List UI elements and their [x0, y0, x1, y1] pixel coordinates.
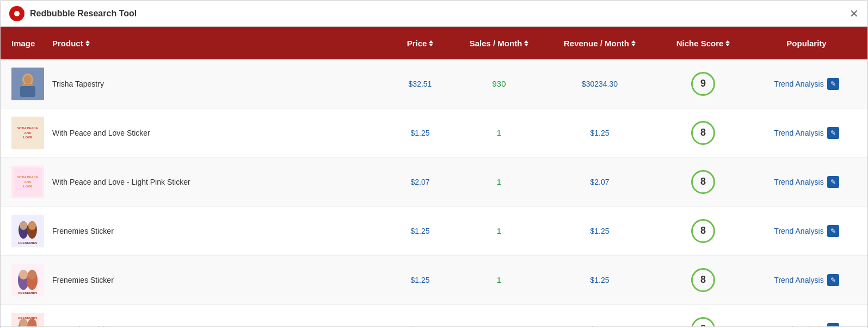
cell-popularity: Trend Analysis ✎ — [752, 172, 861, 192]
cell-popularity: Trend Analysis ✎ — [752, 74, 861, 94]
trend-analysis-link[interactable]: Trend Analysis ✎ — [774, 225, 839, 237]
sort-icon-sales — [524, 40, 528, 46]
table-body: Trisha Tapestry $32.51 930 $30234.30 9 T… — [1, 59, 867, 326]
niche-score-badge: 8 — [691, 121, 715, 145]
cell-image: FRENEMIES — [7, 259, 48, 301]
trend-analysis-link[interactable]: Trend Analysis ✎ — [774, 274, 839, 286]
app-window: Redbubble Research Tool ✕ Image Product … — [0, 0, 868, 328]
trend-analysis-link[interactable]: Trend Analysis ✎ — [774, 127, 839, 139]
cell-product: Trisha Tapestry — [48, 75, 387, 93]
cell-niche-score: 8 — [654, 264, 752, 296]
trend-analysis-link[interactable]: Trend Analysis ✎ — [774, 78, 839, 90]
edit-icon: ✎ — [827, 78, 839, 90]
svg-point-22 — [19, 270, 28, 280]
cell-product: With Peace and Love - Light Pink Sticker — [48, 173, 387, 191]
edit-icon: ✎ — [827, 274, 839, 286]
svg-text:WITH PEACE: WITH PEACE — [17, 126, 38, 130]
product-thumbnail: FRENEMIES sticker pack — [11, 313, 44, 327]
edit-icon: ✎ — [827, 225, 839, 237]
niche-score-badge: 8 — [691, 317, 715, 327]
cell-image: FRENEMIES sticker pack — [7, 308, 48, 327]
titlebar-left: Redbubble Research Tool — [9, 6, 137, 21]
cell-product: Frenemies Sticker — [48, 271, 387, 289]
table-row: WITH PEACE AND LOVE With Peace and Love … — [1, 157, 867, 206]
svg-text:LOVE: LOVE — [23, 136, 32, 139]
cell-niche-score: 8 — [654, 117, 752, 149]
svg-text:WITH PEACE: WITH PEACE — [17, 175, 38, 179]
cell-niche-score: 8 — [654, 166, 752, 198]
edit-icon: ✎ — [827, 127, 839, 139]
col-sales-month[interactable]: Sales / Month — [453, 39, 545, 48]
svg-point-16 — [20, 221, 27, 230]
col-image: Image — [7, 39, 48, 48]
cell-revenue: $1.25 — [545, 271, 654, 289]
cell-price: $2.07 — [387, 173, 453, 191]
cell-revenue: $1.25 — [545, 222, 654, 240]
cell-product: Frenemies Sticker — [48, 222, 387, 240]
svg-text:FRENEMIES: FRENEMIES — [18, 317, 37, 320]
niche-score-badge: 8 — [691, 170, 715, 194]
app-icon — [9, 6, 24, 21]
col-revenue-month[interactable]: Revenue / Month — [545, 39, 654, 48]
table-row: FRENEMIES sticker pack Frenemies Sticker… — [1, 305, 867, 326]
cell-image: WITH PEACE AND LOVE — [7, 112, 48, 154]
svg-rect-4 — [22, 84, 33, 86]
cell-popularity: Trend Analysis ✎ — [752, 123, 861, 143]
col-niche-score[interactable]: Niche Score — [654, 39, 752, 48]
table-row: Trisha Tapestry $32.51 930 $30234.30 9 T… — [1, 59, 867, 108]
svg-text:FRENEMIES: FRENEMIES — [18, 291, 37, 295]
col-popularity: Popularity — [752, 39, 861, 48]
cell-price: $32.51 — [387, 75, 453, 93]
cell-niche-score: 9 — [654, 68, 752, 100]
col-price[interactable]: Price — [387, 39, 453, 48]
svg-point-3 — [24, 75, 32, 84]
svg-text:AND: AND — [24, 131, 32, 134]
trend-analysis-link[interactable]: Trend Analysis ✎ — [774, 323, 839, 327]
app-title: Redbubble Research Tool — [30, 9, 137, 19]
cell-popularity: Trend Analysis ✎ — [752, 270, 861, 290]
cell-popularity: Trend Analysis ✎ — [752, 319, 861, 327]
cell-sales: 1 — [453, 271, 545, 289]
table-row: WITH PEACE AND LOVE With Peace and Love … — [1, 108, 867, 157]
product-thumbnail — [11, 68, 44, 100]
product-thumbnail: FRENEMIES — [11, 215, 44, 247]
svg-point-23 — [28, 270, 36, 280]
cell-popularity: Trend Analysis ✎ — [752, 221, 861, 241]
sort-icon-price — [429, 40, 433, 46]
cell-product: Frenemies Sticker — [48, 320, 387, 327]
cell-revenue: $2.07 — [545, 173, 654, 191]
cell-revenue: $30234.30 — [545, 75, 654, 93]
niche-score-badge: 9 — [691, 72, 715, 96]
svg-text:LOVE: LOVE — [23, 185, 32, 188]
cell-revenue: $1.80 — [545, 320, 654, 327]
edit-icon: ✎ — [827, 323, 839, 327]
cell-revenue: $1.25 — [545, 124, 654, 142]
col-product[interactable]: Product — [48, 39, 387, 48]
trend-analysis-link[interactable]: Trend Analysis ✎ — [774, 176, 839, 188]
product-thumbnail: WITH PEACE AND LOVE — [11, 166, 44, 198]
cell-image: FRENEMIES — [7, 210, 48, 252]
table-row: FRENEMIES Frenemies Sticker $1.25 1 $1.2… — [1, 206, 867, 256]
product-thumbnail: WITH PEACE AND LOVE — [11, 117, 44, 149]
niche-score-badge: 8 — [691, 268, 715, 292]
svg-point-17 — [28, 221, 36, 230]
cell-sales: 1 — [453, 124, 545, 142]
close-button[interactable]: ✕ — [849, 8, 859, 19]
cell-sales: 1 — [453, 173, 545, 191]
cell-product: With Peace and Love Sticker — [48, 124, 387, 142]
cell-price: $1.25 — [387, 222, 453, 240]
table-header: Image Product Price Sales / Month Revenu — [1, 27, 867, 59]
cell-image — [7, 63, 48, 105]
cell-image: WITH PEACE AND LOVE — [7, 161, 48, 203]
svg-text:FRENEMIES: FRENEMIES — [18, 241, 37, 245]
cell-price: $1.25 — [387, 271, 453, 289]
svg-rect-2 — [20, 86, 35, 97]
cell-sales: 1 — [453, 222, 545, 240]
niche-score-badge: 8 — [691, 219, 715, 243]
cell-price: $1.25 — [387, 124, 453, 142]
svg-text:AND: AND — [24, 180, 32, 183]
cell-niche-score: 8 — [654, 313, 752, 327]
table-row: FRENEMIES Frenemies Sticker $1.25 1 $1.2… — [1, 256, 867, 305]
titlebar: Redbubble Research Tool ✕ — [1, 1, 867, 27]
edit-icon: ✎ — [827, 176, 839, 188]
